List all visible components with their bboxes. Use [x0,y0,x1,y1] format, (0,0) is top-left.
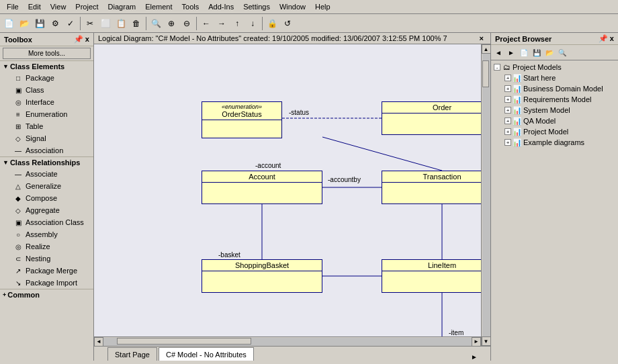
tool-signal[interactable]: ◇ Signal [0,132,93,144]
project-browser-pin[interactable]: 📌 x [599,34,614,43]
scroll-down-button[interactable]: ▼ [482,336,491,346]
menu-edit[interactable]: Edit [24,1,45,12]
scroll-up-button[interactable]: ▲ [482,44,491,54]
pb-new-btn[interactable]: 📄 [518,46,530,58]
settings-btn[interactable]: ⚙ [48,16,62,31]
more-tools-button[interactable]: More tools... [3,48,91,59]
tool-class[interactable]: ▣ Class [0,84,93,96]
pb-back-btn[interactable]: ◄ [492,46,504,58]
tree-system-model-expand[interactable]: + [504,107,511,113]
menu-window[interactable]: Window [275,1,310,12]
package-merge-icon: ↗ [13,266,23,275]
diagram-close-button[interactable]: × [477,34,486,42]
tool-table[interactable]: ⊞ Table [0,120,93,132]
scroll-track-h[interactable] [103,338,472,346]
tool-generalize[interactable]: △ Generalize [0,180,93,192]
tree-qa-model-expand[interactable]: + [504,118,511,124]
tool-assembly[interactable]: ○ Assembly [0,228,93,240]
transaction-box[interactable]: Transaction [382,171,490,204]
tree-item-example-diagrams[interactable]: + 📊 Example diagrams [503,137,617,148]
tool-compose[interactable]: ◆ Compose [0,192,93,204]
orderstatus-box[interactable]: «enumeration» OrderStatus [202,101,282,138]
tool-package[interactable]: □ Package [0,72,93,84]
pb-search-btn[interactable]: 🔍 [556,46,568,58]
menu-diagram[interactable]: Diagram [104,1,140,12]
vertical-scrollbar[interactable]: ▲ ▼ [481,44,490,346]
tool-interface[interactable]: ◎ Interface [0,96,93,108]
arrow-right-btn[interactable]: → [214,16,229,31]
scroll-right-button[interactable]: ► [472,337,481,347]
scroll-thumb-h[interactable] [117,338,251,345]
new-button[interactable]: 📄 [1,16,16,31]
tree-item-requirements[interactable]: + 📊 Requirements Model [503,94,617,105]
toolbar: 📄 📂 💾 ⚙ ✓ ✂ ⬜ 📋 🗑 🔍 ⊕ ⊖ ← → ↑ ↓ 🔒 ↺ [0,14,618,33]
save-button[interactable]: 💾 [32,16,47,31]
tree-root-expand[interactable]: - [494,64,500,71]
zoom-in-btn[interactable]: ⊕ [164,16,179,31]
tree-example-diagrams-expand[interactable]: + [504,139,511,146]
class-elements-header[interactable]: ▼ Class Elements [0,60,93,72]
tool-realize[interactable]: ◎ Realize [0,240,93,253]
cut-btn[interactable]: ✂ [83,16,97,31]
menu-tools[interactable]: Tools [178,1,204,12]
tab-start-page[interactable]: Start Page [107,347,157,361]
pb-save-btn[interactable]: 💾 [531,46,543,58]
project-browser-header: Project Browser 📌 x [491,33,618,45]
tool-association-class[interactable]: ▣ Association Class [0,216,93,228]
menu-file[interactable]: File [3,1,23,12]
copy-btn[interactable]: ⬜ [98,16,113,31]
tool-association[interactable]: — Association [0,144,93,156]
tree-root[interactable]: - 🗂 Project Models [492,62,617,73]
tree-item-system-model[interactable]: + 📊 System Model [503,105,617,116]
up-btn[interactable]: ↑ [230,16,245,31]
lock-btn[interactable]: 🔒 [265,16,279,31]
tab-csharp-model[interactable]: C# Model - No Attributes [159,347,254,361]
tab-nav-right[interactable]: ► [469,353,480,361]
tool-package-merge[interactable]: ↗ Package Merge [0,265,93,277]
open-button[interactable]: 📂 [17,16,32,31]
account-box[interactable]: Account [202,171,322,204]
tree-business-domain-expand[interactable]: + [504,85,511,92]
menu-element[interactable]: Element [141,1,176,12]
arrow-btn[interactable]: ← [199,16,214,31]
tool-aggregate[interactable]: ◇ Aggregate [0,204,93,216]
refresh-btn[interactable]: ↺ [280,16,295,31]
tree-requirements-expand[interactable]: + [504,96,511,103]
tool-associate[interactable]: — Associate [0,168,93,180]
class-relationships-header[interactable]: ▼ Class Relationships [0,156,93,168]
tool-realize-label: Realize [26,242,50,251]
menu-help[interactable]: Help [311,1,335,12]
menu-addins[interactable]: Add-Ins [204,1,238,12]
tool-enumeration[interactable]: ≡ Enumeration [0,108,93,120]
zoom-btn[interactable]: 🔍 [148,16,163,31]
tree-item-project-model[interactable]: + 📊 Project Model [503,126,617,137]
tree-project-model-expand[interactable]: + [504,128,511,135]
toolbox-pin[interactable]: 📌 x [74,35,89,44]
tool-package-import[interactable]: ↘ Package Import [0,277,93,289]
horizontal-scrollbar[interactable]: ◄ ► [94,336,481,346]
tool-nesting[interactable]: ⊂ Nesting [0,253,93,265]
menu-view[interactable]: View [46,1,71,12]
zoom-out-btn[interactable]: ⊖ [179,16,194,31]
scroll-track-v[interactable] [482,54,490,336]
menu-project[interactable]: Project [71,1,102,12]
check-btn[interactable]: ✓ [63,16,78,31]
tree-start-here-expand[interactable]: + [504,75,511,81]
pb-forward-btn[interactable]: ► [505,46,517,58]
lineitem-title: LineItem [382,260,490,271]
tree-item-business-domain[interactable]: + 📊 Business Domain Model [503,83,617,94]
menu-settings[interactable]: Settings [239,1,274,12]
scroll-left-button[interactable]: ◄ [94,337,103,347]
delete-btn[interactable]: 🗑 [129,16,144,31]
tree-item-start-here[interactable]: + 📊 Start here [503,73,617,83]
paste-btn[interactable]: 📋 [114,16,128,31]
pb-open-btn[interactable]: 📂 [543,46,556,58]
shoppingbasket-box[interactable]: ShoppingBasket [202,259,322,293]
diagram-canvas[interactable]: -status -account -accountby -basket -ite… [94,44,490,346]
down-btn[interactable]: ↓ [245,16,260,31]
scroll-thumb-v[interactable] [482,60,489,87]
order-box[interactable]: Order [382,101,490,135]
lineitem-box[interactable]: LineItem [382,259,490,293]
common-header[interactable]: + Common [0,289,93,300]
tree-item-qa-model[interactable]: + 📊 QA Model [503,116,617,126]
